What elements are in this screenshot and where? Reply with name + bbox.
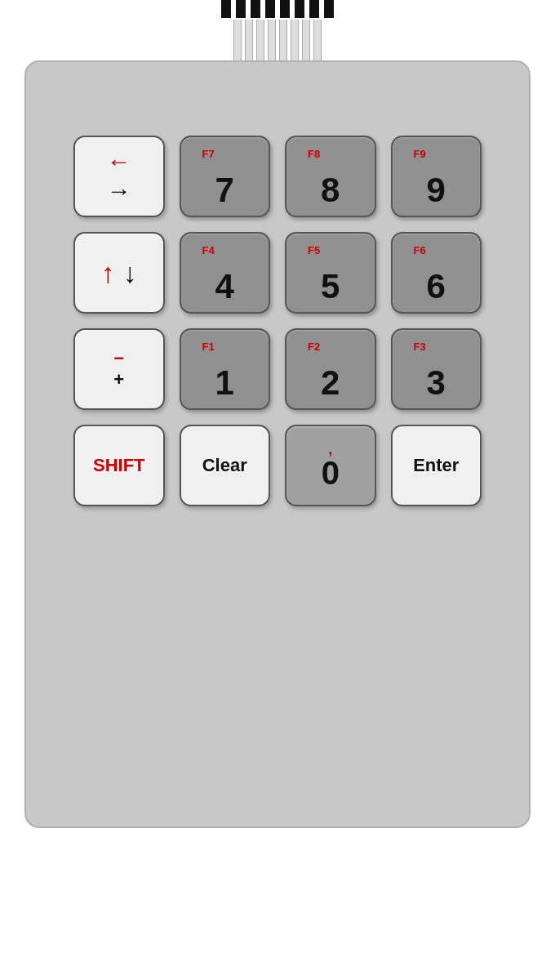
stripe-6: [295, 0, 304, 18]
key-2-inner: F2 2: [286, 330, 375, 408]
stripe-3: [251, 0, 260, 18]
arrow-up-icon: ↑: [101, 259, 115, 287]
key-clear[interactable]: Clear: [180, 425, 271, 506]
ribbon-connector: [219, 0, 336, 60]
stripe-5: [280, 0, 290, 18]
clear-label: Clear: [202, 455, 247, 476]
key-shift[interactable]: SHIFT: [73, 425, 165, 506]
key-7-function-label: F7: [202, 149, 215, 159]
stripe-4: [265, 0, 275, 18]
key-9-inner: F9 9: [393, 137, 481, 216]
cable-line-1: [233, 20, 242, 60]
key-8[interactable]: F8 8: [285, 136, 376, 217]
arrow-left-icon: ←: [107, 149, 131, 174]
key-0[interactable]: , 0: [285, 425, 376, 506]
key-4-function-label: F4: [202, 245, 215, 256]
key-4-digit: 4: [215, 270, 234, 304]
key-2-digit: 2: [321, 366, 340, 400]
key-3[interactable]: F3 3: [391, 328, 482, 410]
keypad-grid: ← → F7 7 F8 8 F9 9: [73, 136, 482, 506]
key-3-digit: 3: [427, 366, 446, 400]
shift-label: SHIFT: [93, 455, 145, 476]
key-9[interactable]: F9 9: [391, 136, 482, 217]
key-0-digit: 0: [322, 457, 340, 489]
key-3-inner: F3 3: [393, 330, 481, 408]
minus-icon: −: [113, 350, 124, 368]
key-8-digit: 8: [321, 173, 340, 207]
stripe-2: [236, 0, 246, 18]
key-6[interactable]: F6 6: [391, 232, 482, 314]
cable-line-4: [268, 20, 276, 60]
key-8-inner: F8 8: [286, 137, 375, 216]
key-8-function-label: F8: [308, 149, 320, 159]
cable-line-6: [291, 20, 299, 60]
key-9-digit: 9: [427, 173, 446, 207]
key-7-digit: 7: [215, 173, 234, 207]
ribbon-cable-lines: [232, 20, 323, 60]
key-5[interactable]: F5 5: [285, 232, 376, 314]
cable-line-2: [245, 20, 253, 60]
key-1[interactable]: F1 1: [180, 328, 271, 410]
enter-label: Enter: [413, 455, 459, 476]
cable-line-7: [302, 20, 310, 60]
comma-zero-container: , 0: [322, 437, 340, 494]
key-6-inner: F6 6: [393, 234, 481, 312]
key-1-digit: 1: [215, 366, 234, 400]
key-2[interactable]: F2 2: [285, 328, 376, 410]
arrow-lr-container: ← →: [99, 141, 140, 212]
key-7[interactable]: F7 7: [180, 136, 271, 217]
cable-line-8: [313, 20, 322, 60]
ribbon-black-stripes: [219, 0, 336, 18]
cable-line-3: [256, 20, 264, 60]
key-up-down-arrow[interactable]: ↑ ↓: [73, 232, 165, 314]
key-4[interactable]: F4 4: [180, 232, 271, 314]
key-4-inner: F4 4: [181, 234, 269, 312]
stripe-1: [221, 0, 231, 18]
plusminus-container: − +: [113, 350, 124, 389]
arrow-down-icon: ↓: [123, 259, 137, 287]
arrow-ud-container: ↑ ↓: [93, 251, 145, 295]
key-plus-minus[interactable]: − +: [73, 328, 165, 410]
key-left-right-arrow[interactable]: ← →: [73, 136, 165, 217]
stripe-7: [309, 0, 319, 18]
arrow-right-icon: →: [107, 179, 131, 203]
key-5-function-label: F5: [308, 245, 320, 256]
key-5-inner: F5 5: [286, 234, 375, 312]
plus-icon: +: [113, 371, 124, 389]
stripe-8: [324, 0, 334, 18]
key-5-digit: 5: [321, 270, 340, 304]
key-1-function-label: F1: [202, 341, 215, 352]
key-2-function-label: F2: [308, 341, 320, 352]
key-enter[interactable]: Enter: [391, 425, 482, 506]
key-3-function-label: F3: [414, 341, 426, 352]
key-9-function-label: F9: [414, 149, 426, 159]
key-6-digit: 6: [427, 270, 446, 304]
cable-line-5: [279, 20, 287, 60]
device-body: ← → F7 7 F8 8 F9 9: [24, 60, 531, 828]
key-7-inner: F7 7: [181, 137, 269, 216]
key-1-inner: F1 1: [181, 330, 269, 408]
key-6-function-label: F6: [414, 245, 426, 256]
